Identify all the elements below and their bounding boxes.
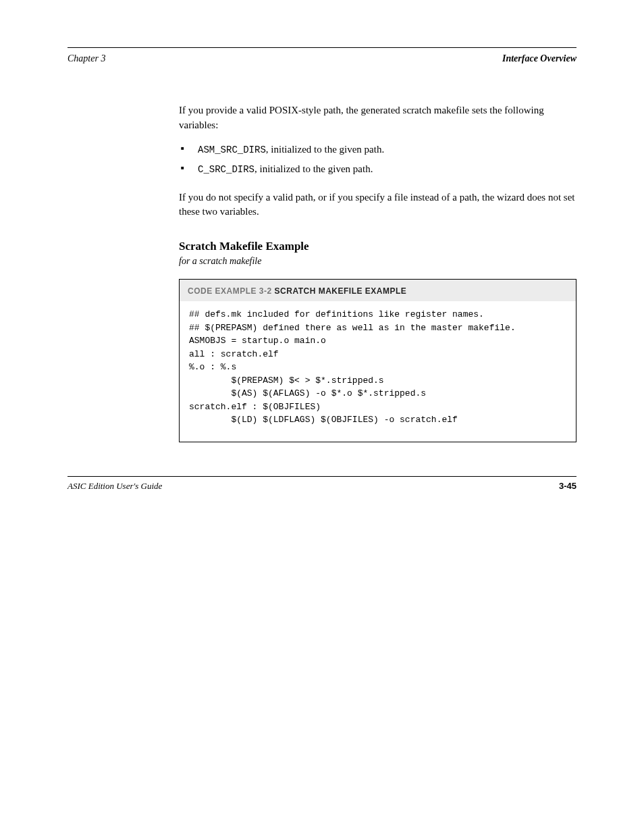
section-subtitle: for a scratch makefile <box>179 256 576 267</box>
code-example-caption-prefix: CODE EXAMPLE 3-2 <box>188 286 272 296</box>
section-title: Scratch Makefile Example <box>179 240 576 253</box>
bullet-var-rest: , initialized to the given path. <box>266 144 384 155</box>
variable-bullet-list: ASM_SRC_DIRS, initialized to the given p… <box>179 142 576 177</box>
code-example-box: CODE EXAMPLE 3-2 Scratch Makefile Exampl… <box>179 279 576 442</box>
code-example-body: ## defs.mk included for definitions like… <box>180 301 576 442</box>
code-example-caption-main: Scratch Makefile Example <box>275 286 407 296</box>
header-chapter: Chapter 3 <box>68 53 105 64</box>
header-section-title: Interface Overview <box>502 53 576 64</box>
footer-page-number: 3-45 <box>559 481 576 492</box>
footer-guide-title: ASIC Edition User's Guide <box>68 481 162 492</box>
code-example-caption: CODE EXAMPLE 3-2 Scratch Makefile Exampl… <box>180 280 576 301</box>
bullet-var-name: ASM_SRC_DIRS <box>198 145 266 155</box>
bullet-var-rest: , initialized to the given path. <box>254 163 373 174</box>
bullet-item: C_SRC_DIRS, initialized to the given pat… <box>179 162 576 177</box>
bullet-item: ASM_SRC_DIRS, initialized to the given p… <box>179 142 576 157</box>
intro-paragraph: If you provide a valid POSIX-style path,… <box>179 103 576 133</box>
outro-paragraph: If you do not specify a valid path, or i… <box>179 190 576 220</box>
bullet-var-name: C_SRC_DIRS <box>198 164 254 175</box>
